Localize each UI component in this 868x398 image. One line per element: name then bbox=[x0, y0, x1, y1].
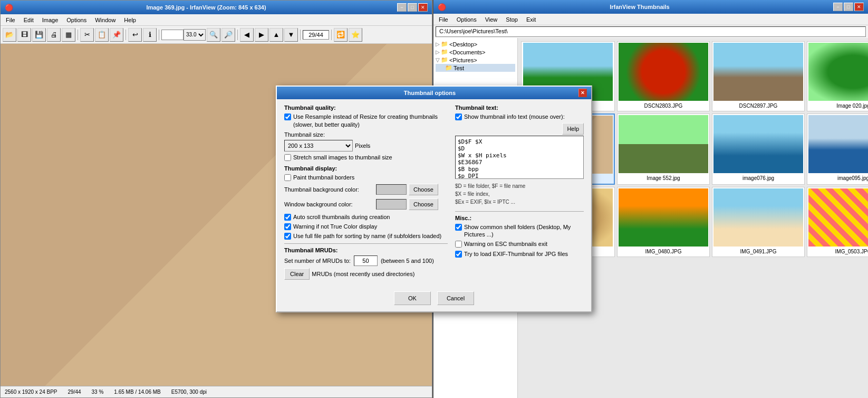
misc-section-label: Misc.: bbox=[455, 215, 584, 221]
mruds-count-label: Set number of MRUDs to: bbox=[284, 258, 351, 264]
dialog-left-column: Thumbnail quality: Use Resample instead … bbox=[284, 105, 448, 281]
window-color-label: Window background color: bbox=[284, 201, 374, 207]
warning-esc-checkbox[interactable] bbox=[455, 241, 462, 248]
size-select-row: 200 x 133 Pixels bbox=[284, 140, 448, 151]
mruds-value-input[interactable] bbox=[354, 255, 378, 266]
mruds-clear-row: Clear MRUDs (most recently used director… bbox=[284, 268, 448, 280]
mruds-count-row: Set number of MRUDs to: (between 5 and 1… bbox=[284, 255, 448, 266]
var-desc-line3: $Ex = EXIF, $Ix = IPTC ... bbox=[455, 198, 584, 206]
try-exif-checkbox[interactable] bbox=[455, 251, 462, 258]
variables-description: $D = file folder, $F = file name $X = fi… bbox=[455, 182, 584, 206]
paint-borders-checkbox[interactable] bbox=[284, 174, 291, 181]
warning-esc-label: Warning on ESC thumbnails exit bbox=[464, 240, 547, 248]
dialog-overlay: Thumbnail options ✕ Thumbnail quality: U… bbox=[0, 0, 868, 398]
warning-esc-row: Warning on ESC thumbnails exit bbox=[455, 240, 584, 248]
display-section-label: Thumbnail display: bbox=[284, 165, 448, 172]
mruds-desc-label: MRUDs (most recently used directories) bbox=[312, 271, 414, 277]
size-row: Thumbnail size: bbox=[284, 131, 448, 138]
dialog-right-column: Thumbnail text: Show thumbnail info text… bbox=[455, 105, 584, 281]
warning-color-label: Warning if not True Color display bbox=[293, 223, 377, 230]
info-text-container: Help $D$F $X $D $W x $H pixels $E36867 $… bbox=[455, 123, 584, 180]
help-button[interactable]: Help bbox=[562, 123, 584, 135]
resample-checkbox[interactable] bbox=[284, 113, 291, 120]
window-color-row: Window background color: Choose bbox=[284, 198, 448, 210]
try-exif-row: Try to load EXIF-Thumbnail for JPG files bbox=[455, 250, 584, 258]
size-label: Thumbnail size: bbox=[284, 131, 325, 138]
var-desc-line1: $D = file folder, $F = file name bbox=[455, 182, 584, 190]
paint-borders-row: Paint thumbnail borders bbox=[284, 174, 448, 181]
stretch-label: Stretch small images to thumbnail size bbox=[293, 154, 392, 161]
misc-divider bbox=[455, 211, 584, 212]
show-shell-row: Show common shell folders (Desktop, My P… bbox=[455, 223, 584, 239]
mruds-range-label: (between 5 and 100) bbox=[381, 258, 434, 264]
quality-section-label: Thumbnail quality: bbox=[284, 105, 448, 111]
dialog-title-bar: Thumbnail options ✕ bbox=[277, 87, 591, 99]
paint-borders-label: Paint thumbnail borders bbox=[293, 174, 354, 181]
resample-label: Use Resample instead of Resize for creat… bbox=[293, 113, 448, 128]
try-exif-label: Try to load EXIF-Thumbnail for JPG files bbox=[464, 250, 568, 258]
choose-bg-color-button[interactable]: Choose bbox=[409, 184, 438, 195]
show-shell-checkbox[interactable] bbox=[455, 224, 462, 231]
stretch-row: Stretch small images to thumbnail size bbox=[284, 154, 448, 161]
dialog-body: Thumbnail quality: Use Resample instead … bbox=[277, 99, 591, 287]
warning-color-checkbox[interactable] bbox=[284, 223, 291, 230]
var-desc-line2: $X = file index, bbox=[455, 190, 584, 198]
pixels-label: Pixels bbox=[355, 143, 370, 149]
show-info-label: Show thumbnail info text (mouse over): bbox=[464, 113, 565, 120]
bg-color-row: Thumbnail background color: Choose bbox=[284, 184, 448, 195]
mruds-divider bbox=[284, 243, 448, 244]
full-path-checkbox[interactable] bbox=[284, 233, 291, 240]
ok-button[interactable]: OK bbox=[394, 291, 431, 305]
info-textarea[interactable]: $D$F $X $D $W x $H pixels $E36867 $B bpp… bbox=[455, 136, 584, 179]
auto-scroll-row: Auto scroll thumbnails during creation bbox=[284, 213, 448, 221]
bg-color-label: Thumbnail background color: bbox=[284, 186, 374, 193]
warning-color-row: Warning if not True Color display bbox=[284, 223, 448, 230]
thumbnail-options-dialog: Thumbnail options ✕ Thumbnail quality: U… bbox=[276, 86, 592, 312]
show-info-row: Show thumbnail info text (mouse over): bbox=[455, 113, 584, 120]
auto-scroll-label: Auto scroll thumbnails during creation bbox=[293, 213, 390, 221]
size-dropdown[interactable]: 200 x 133 bbox=[284, 140, 353, 151]
auto-scroll-checkbox[interactable] bbox=[284, 214, 291, 221]
show-info-checkbox[interactable] bbox=[455, 113, 462, 120]
bg-color-swatch bbox=[376, 184, 407, 195]
window-color-swatch bbox=[376, 199, 407, 210]
resample-row: Use Resample instead of Resize for creat… bbox=[284, 113, 448, 128]
show-shell-label: Show common shell folders (Desktop, My P… bbox=[464, 223, 584, 239]
text-section-label: Thumbnail text: bbox=[455, 105, 584, 111]
dialog-close-button[interactable]: ✕ bbox=[578, 89, 587, 97]
stretch-checkbox[interactable] bbox=[284, 154, 291, 161]
cancel-button[interactable]: Cancel bbox=[437, 291, 474, 305]
dialog-title-text: Thumbnail options bbox=[281, 90, 578, 96]
dialog-footer: OK Cancel bbox=[277, 287, 591, 311]
clear-button[interactable]: Clear bbox=[284, 268, 310, 280]
full-path-row: Use full file path for sorting by name (… bbox=[284, 232, 448, 240]
mruds-section-label: Thumbnail MRUDs: bbox=[284, 247, 448, 253]
full-path-label: Use full file path for sorting by name (… bbox=[293, 232, 441, 240]
choose-window-color-button[interactable]: Choose bbox=[409, 198, 438, 210]
